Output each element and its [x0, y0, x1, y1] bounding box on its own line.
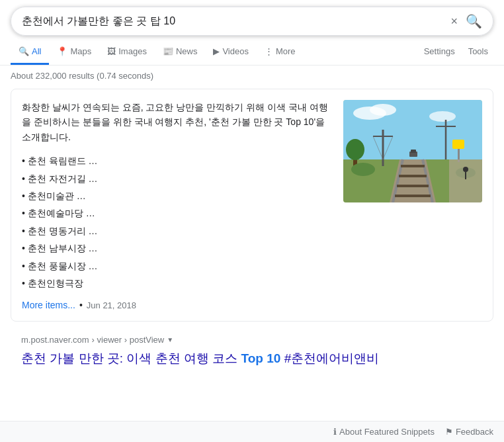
result-title[interactable]: 춘천 가볼 만한 곳: 이색 춘천 여행 코스 Top 10 #춘천에어비앤비: [11, 347, 493, 368]
list-item: 춘천 육림랜드 …: [22, 152, 333, 169]
clear-icon[interactable]: ×: [450, 15, 458, 28]
source-domain[interactable]: m.post.naver.com: [21, 335, 89, 345]
tab-images-label: Images: [118, 46, 147, 56]
svg-rect-20: [452, 140, 464, 149]
nav-tabs: 🔍 All 📍 Maps 🖼 Images 📰 News ▶ Videos ⋮ …: [0, 38, 504, 66]
search-icons: × 🔍: [450, 13, 482, 29]
list-item: 춘천 남부시장 …: [22, 240, 333, 257]
tab-news-label: News: [176, 46, 198, 56]
snippet-intro: 화창한 날씨가 연속되는 요즘, 고요한 낭만을 만끽하기 위해 이색 국내 여…: [22, 100, 333, 144]
snippet-footer: More items... • Jun 21, 2018: [22, 300, 482, 310]
images-tab-icon: 🖼: [107, 46, 116, 56]
tab-all-label: All: [32, 46, 41, 56]
tab-all[interactable]: 🔍 All: [11, 38, 49, 65]
tab-news[interactable]: 📰 News: [155, 38, 206, 65]
list-item: 춘천예술마당 …: [22, 204, 333, 222]
result-title-accent: Top 10: [241, 351, 281, 365]
source-dropdown-icon[interactable]: ▼: [167, 336, 173, 343]
tab-images[interactable]: 🖼 Images: [99, 38, 155, 65]
result-title-part2: #춘천에어비앤비: [284, 351, 380, 365]
source-line: m.post.naver.com › viewer › postView ▼: [11, 330, 493, 347]
tab-videos-label: Videos: [222, 46, 249, 56]
snippet-date-separator: •: [79, 300, 83, 310]
snippet-image: [343, 100, 482, 202]
tab-settings[interactable]: Settings: [419, 38, 460, 65]
svg-point-2: [370, 104, 396, 116]
source-breadcrumb: › viewer › postView: [92, 335, 165, 345]
tab-videos[interactable]: ▶ Videos: [205, 38, 257, 65]
search-bar-container: 춘천에서 가볼만한 좋은 곳 탑 10 × 🔍: [0, 0, 504, 36]
svg-rect-23: [411, 150, 416, 153]
tab-tools[interactable]: Tools: [463, 38, 493, 65]
result-title-part1: 춘천 가볼 만한 곳: 이색 춘천 여행 코스: [21, 351, 237, 365]
results-info: About 232,000 results (0.74 seconds): [0, 66, 504, 86]
snippet-content: 화창한 날씨가 연속되는 요즘, 고요한 낭만을 만끽하기 위해 이색 국내 여…: [22, 100, 482, 292]
maps-tab-icon: 📍: [57, 46, 67, 56]
snippet-date: Jun 21, 2018: [87, 300, 136, 310]
svg-point-24: [351, 163, 375, 176]
more-items-link[interactable]: More items...: [22, 300, 75, 310]
svg-point-19: [346, 139, 364, 160]
tab-more-label: More: [276, 46, 296, 56]
snippet-list: 춘천 육림랜드 … 춘천 자전거길 … 춘천미술관 … 춘천예술마당 … 춘천 …: [22, 152, 333, 292]
nav-right: Settings Tools: [419, 38, 493, 65]
list-item: 춘천미술관 …: [22, 187, 333, 204]
tab-maps-label: Maps: [70, 46, 91, 56]
list-item: 춘천 명동거리 …: [22, 222, 333, 240]
tab-more[interactable]: ⋮ More: [257, 38, 304, 65]
svg-point-3: [429, 111, 456, 122]
search-icon[interactable]: 🔍: [466, 13, 482, 29]
snippet-text-area: 화창한 날씨가 연속되는 요즘, 고요한 낭만을 만끽하기 위해 이색 국내 여…: [22, 100, 333, 292]
svg-rect-26: [449, 159, 482, 202]
list-item: 춘천인형극장: [22, 275, 333, 292]
svg-point-27: [463, 167, 468, 172]
news-tab-icon: 📰: [163, 46, 173, 56]
search-bar: 춘천에서 가볼만한 좋은 곳 탑 10 × 🔍: [11, 7, 493, 36]
featured-snippet-card: 화창한 날씨가 연속되는 요즘, 고요한 낭만을 만끽하기 위해 이색 국내 여…: [11, 89, 493, 322]
result-card: m.post.naver.com › viewer › postView ▼ 춘…: [11, 330, 493, 376]
videos-tab-icon: ▶: [213, 46, 220, 56]
all-tab-icon: 🔍: [19, 46, 29, 56]
list-item: 춘천 자전거길 …: [22, 170, 333, 187]
more-tab-icon: ⋮: [265, 46, 273, 56]
tab-maps[interactable]: 📍 Maps: [49, 38, 99, 65]
results-count: About 232,000 results (0.74 seconds): [11, 71, 153, 81]
list-item: 춘천 풍물시장 …: [22, 257, 333, 275]
search-input[interactable]: 춘천에서 가볼만한 좋은 곳 탑 10: [22, 15, 450, 28]
